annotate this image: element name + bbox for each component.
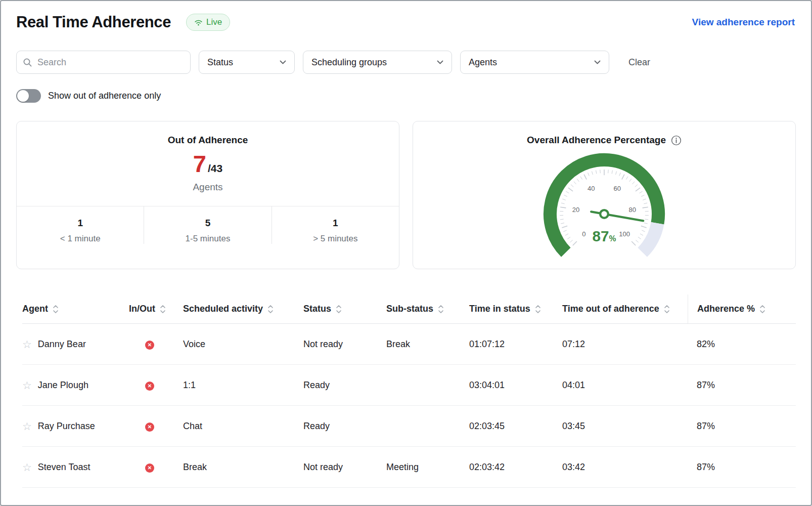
sort-icon[interactable] <box>53 304 59 314</box>
gauge-wrapper: 02040608010087% <box>413 146 795 265</box>
chevron-down-icon <box>594 60 601 65</box>
star-icon[interactable]: ☆ <box>22 380 32 391</box>
table-row[interactable]: ☆ Jane Plough ✕ 1:1 Ready 03:04:01 04:01… <box>22 365 796 406</box>
breakdown-value: 5 <box>144 218 271 229</box>
breakdown-label: < 1 minute <box>17 234 144 244</box>
column-header-adherence[interactable]: Adherence % <box>688 294 796 323</box>
overall-adherence-card-title: Overall Adherence Percentage <box>413 135 795 146</box>
column-header-time-in-status[interactable]: Time in status <box>469 304 562 314</box>
sub-status-cell: Meeting <box>386 462 469 473</box>
sub-status-cell: Break <box>386 339 469 350</box>
column-header-time-out-of-adherence[interactable]: Time out of adherence <box>562 304 697 314</box>
out-of-adherence-count: 7 /43 <box>17 152 399 176</box>
out-of-adherence-count-value: 7 <box>193 152 206 176</box>
agent-cell: ☆ Jane Plough <box>22 380 129 391</box>
out-of-adherence-icon: ✕ <box>145 463 154 473</box>
adherence-cell: 82% <box>697 339 796 350</box>
breakdown-1-5-minutes: 5 1-5 minutes <box>144 206 271 244</box>
table-row[interactable]: ☆ Danny Bear ✕ Voice Not ready Break 01:… <box>22 324 796 365</box>
wifi-icon <box>194 19 203 26</box>
page-title: Real Time Adherence <box>16 13 171 31</box>
in-out-cell: ✕ <box>129 461 183 473</box>
status-dropdown-label: Status <box>207 57 233 68</box>
view-adherence-report-link[interactable]: View adherence report <box>692 17 795 28</box>
agent-cell: ☆ Danny Bear <box>22 339 129 350</box>
sort-icon[interactable] <box>535 304 541 314</box>
sort-icon[interactable] <box>336 304 342 314</box>
adherence-cell: 87% <box>697 462 796 473</box>
chevron-down-icon <box>437 60 443 65</box>
search-icon <box>23 58 32 67</box>
table-row[interactable]: ☆ Steven Toast ✕ Break Not ready Meeting… <box>22 447 796 488</box>
out-of-adherence-only-toggle[interactable] <box>16 89 41 103</box>
toggle-knob <box>17 90 29 102</box>
svg-text:60: 60 <box>613 185 621 192</box>
sort-icon[interactable] <box>160 304 166 314</box>
chevron-down-icon <box>280 60 286 65</box>
in-out-cell: ✕ <box>129 420 183 432</box>
adherence-cell: 87% <box>697 380 796 391</box>
out-of-adherence-icon: ✕ <box>145 423 154 432</box>
status-cell: Not ready <box>303 462 386 473</box>
breakdown-label: 1-5 minutes <box>144 234 271 244</box>
agent-name: Ray Purchase <box>38 421 95 432</box>
agent-name: Jane Plough <box>38 380 88 391</box>
status-dropdown[interactable]: Status <box>199 51 295 74</box>
x-glyph: ✕ <box>148 466 152 471</box>
svg-text:80: 80 <box>629 206 637 214</box>
star-icon[interactable]: ☆ <box>22 339 32 350</box>
sort-icon[interactable] <box>267 304 274 314</box>
clear-filters-button[interactable]: Clear <box>628 57 650 68</box>
column-header-in-out[interactable]: In/Out <box>129 304 183 314</box>
table-row[interactable]: ☆ Ray Purchase ✕ Chat Ready 02:03:45 03:… <box>22 406 796 447</box>
scheduling-groups-dropdown[interactable]: Scheduling groups <box>303 51 452 74</box>
column-header-agent[interactable]: Agent <box>22 304 129 314</box>
breakdown-value: 1 <box>272 218 399 229</box>
column-header-label: Agent <box>22 304 48 314</box>
star-icon[interactable]: ☆ <box>22 462 32 473</box>
adherence-gauge: 02040608010087% <box>523 146 686 265</box>
x-glyph: ✕ <box>148 343 152 348</box>
sort-icon[interactable] <box>759 304 765 314</box>
column-header-scheduled-activity[interactable]: Scheduled activity <box>183 304 303 314</box>
scheduled-activity-cell: 1:1 <box>183 380 303 391</box>
scheduled-activity-cell: Break <box>183 462 303 473</box>
out-of-adherence-card-title: Out of Adherence <box>17 135 399 146</box>
out-of-adherence-icon: ✕ <box>145 341 154 350</box>
time-in-status-cell: 02:03:45 <box>469 421 562 432</box>
topbar: Real Time Adherence Live View adherence … <box>1 1 811 31</box>
time-out-of-adherence-cell: 03:42 <box>562 462 697 473</box>
overall-adherence-title-text: Overall Adherence Percentage <box>527 135 666 146</box>
svg-text:0: 0 <box>582 230 585 238</box>
table-header-row: Agent In/Out Scheduled activity Status S… <box>22 294 796 324</box>
scheduled-activity-cell: Chat <box>183 421 303 432</box>
agent-cell: ☆ Ray Purchase <box>22 421 129 432</box>
sort-icon[interactable] <box>438 304 444 314</box>
time-out-of-adherence-cell: 04:01 <box>562 380 697 391</box>
info-icon[interactable] <box>671 135 682 146</box>
scheduling-groups-dropdown-label: Scheduling groups <box>311 57 387 68</box>
search-box <box>16 51 191 74</box>
svg-text:40: 40 <box>588 185 595 192</box>
star-icon[interactable]: ☆ <box>22 421 32 432</box>
agents-dropdown[interactable]: Agents <box>460 51 609 74</box>
column-header-sub-status[interactable]: Sub-status <box>386 304 469 314</box>
filter-bar: Status Scheduling groups Agents Clear <box>16 51 796 74</box>
column-header-status[interactable]: Status <box>303 304 386 314</box>
agents-table: Agent In/Out Scheduled activity Status S… <box>22 294 796 488</box>
agent-cell: ☆ Steven Toast <box>22 462 129 473</box>
live-badge: Live <box>186 14 230 31</box>
column-header-label: Time in status <box>469 304 530 314</box>
overall-adherence-card: Overall Adherence Percentage 02040608010… <box>413 121 796 269</box>
breakdown-over-5-minutes: 1 > 5 minutes <box>272 206 399 244</box>
breakdown-value: 1 <box>17 218 144 229</box>
sort-icon[interactable] <box>664 304 670 314</box>
search-input[interactable] <box>16 51 191 74</box>
column-header-label: Scheduled activity <box>183 304 263 314</box>
agent-name: Steven Toast <box>38 462 91 473</box>
x-glyph: ✕ <box>148 425 152 430</box>
time-in-status-cell: 02:03:42 <box>469 462 562 473</box>
svg-text:100: 100 <box>619 230 630 238</box>
out-of-adherence-count-total: /43 <box>208 162 222 175</box>
toggle-row: Show out of adherence only <box>16 89 796 103</box>
